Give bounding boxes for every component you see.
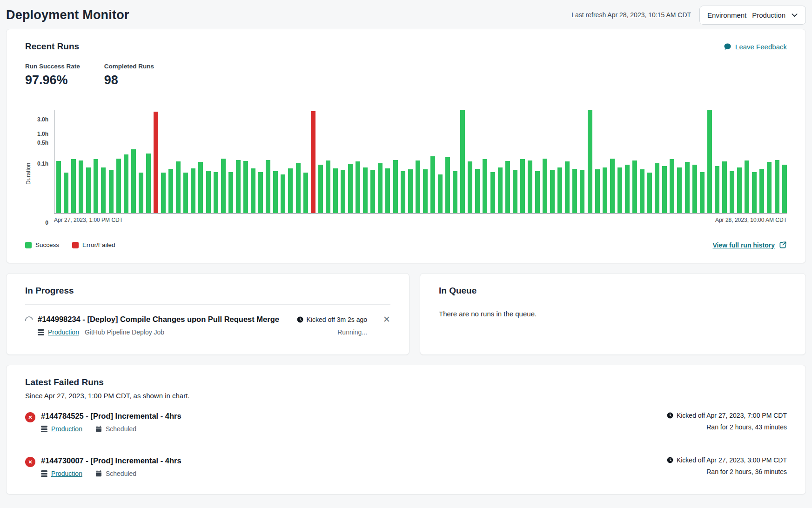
run-bar[interactable]	[71, 159, 76, 213]
run-bar[interactable]	[498, 167, 503, 213]
run-bar[interactable]	[588, 110, 592, 213]
run-bar[interactable]	[737, 167, 742, 213]
run-bar[interactable]	[191, 168, 195, 213]
run-bar[interactable]	[617, 167, 622, 213]
view-full-run-history-link[interactable]: View full run history	[712, 241, 787, 249]
run-bar[interactable]	[513, 170, 517, 213]
run-bar[interactable]	[752, 172, 757, 213]
run-bar[interactable]	[131, 149, 136, 213]
run-bar[interactable]	[625, 165, 630, 213]
run-bar[interactable]	[475, 169, 480, 213]
run-bar[interactable]	[565, 161, 570, 213]
run-bar[interactable]	[520, 159, 525, 213]
environment-dropdown[interactable]: Environment Production	[699, 6, 806, 25]
run-bar[interactable]	[79, 160, 83, 213]
run-bar[interactable]	[356, 161, 360, 213]
run-bar[interactable]	[385, 168, 390, 213]
run-bar[interactable]	[251, 168, 255, 213]
run-bar[interactable]	[363, 167, 368, 213]
run-bar[interactable]	[311, 111, 315, 213]
run-bar[interactable]	[416, 160, 420, 213]
run-bar[interactable]	[86, 167, 91, 213]
run-bar[interactable]	[647, 173, 652, 213]
run-bar[interactable]	[730, 171, 734, 213]
run-bar[interactable]	[296, 163, 301, 213]
run-bar[interactable]	[722, 161, 727, 213]
run-bar[interactable]	[685, 162, 690, 213]
run-bar[interactable]	[775, 160, 779, 213]
run-bar[interactable]	[288, 168, 293, 213]
run-bar[interactable]	[183, 173, 188, 213]
run-bar[interactable]	[640, 169, 644, 213]
run-bar[interactable]	[333, 168, 338, 213]
run-bar[interactable]	[273, 171, 278, 213]
environment-link[interactable]: Production	[51, 470, 82, 477]
run-bar[interactable]	[662, 166, 667, 213]
run-bar[interactable]	[655, 163, 659, 213]
leave-feedback-link[interactable]: Leave Feedback	[724, 43, 787, 51]
run-bar[interactable]	[445, 157, 450, 213]
run-bar[interactable]	[393, 160, 398, 213]
run-bar[interactable]	[161, 173, 166, 213]
run-bar[interactable]	[610, 159, 615, 213]
run-bar[interactable]	[124, 154, 128, 213]
run-bar[interactable]	[767, 162, 772, 213]
run-bar[interactable]	[550, 170, 555, 213]
run-bar[interactable]	[228, 172, 233, 213]
run-bar[interactable]	[715, 166, 719, 213]
run-bar[interactable]	[408, 169, 413, 213]
run-bar[interactable]	[56, 161, 61, 213]
run-bar[interactable]	[468, 161, 472, 213]
run-bar[interactable]	[483, 159, 487, 213]
run-bar[interactable]	[176, 161, 181, 213]
run-bar[interactable]	[236, 160, 241, 213]
run-bar[interactable]	[370, 170, 375, 213]
run-bar[interactable]	[438, 174, 443, 213]
run-bar[interactable]	[460, 110, 465, 213]
run-bar[interactable]	[677, 167, 682, 213]
run-bar[interactable]	[528, 160, 532, 213]
run-bar[interactable]	[543, 159, 547, 213]
environment-link[interactable]: Production	[51, 425, 82, 433]
close-icon[interactable]: ✕	[383, 315, 390, 324]
run-bar[interactable]	[707, 110, 712, 213]
run-bar[interactable]	[94, 159, 98, 213]
run-bar[interactable]	[700, 172, 705, 213]
run-bar[interactable]	[759, 169, 764, 213]
run-bar[interactable]	[109, 170, 114, 213]
run-bar[interactable]	[281, 174, 285, 213]
run-bar[interactable]	[572, 169, 577, 213]
run-bar[interactable]	[378, 163, 383, 213]
run-bar[interactable]	[595, 169, 600, 213]
run-bar[interactable]	[206, 171, 211, 213]
run-bar[interactable]	[423, 169, 428, 213]
run-bar[interactable]	[603, 167, 607, 213]
run-bar[interactable]	[214, 172, 218, 213]
run-bar[interactable]	[116, 159, 121, 213]
run-bar[interactable]	[745, 160, 749, 213]
run-bar[interactable]	[505, 161, 510, 213]
run-bar[interactable]	[139, 173, 143, 213]
run-bar[interactable]	[243, 161, 248, 213]
run-bar[interactable]	[692, 165, 697, 213]
run-bar[interactable]	[490, 172, 495, 213]
run-bar[interactable]	[258, 172, 263, 213]
run-bar[interactable]	[101, 167, 106, 213]
run-bar[interactable]	[430, 156, 435, 213]
run-bar[interactable]	[198, 162, 203, 213]
environment-link[interactable]: Production	[48, 328, 79, 336]
run-bar[interactable]	[146, 154, 151, 213]
run-bar[interactable]	[64, 173, 68, 213]
run-bar[interactable]	[168, 169, 173, 213]
run-bar[interactable]	[221, 159, 226, 213]
run-bar[interactable]	[580, 170, 584, 213]
run-bar[interactable]	[154, 112, 158, 213]
run-bar[interactable]	[557, 167, 562, 213]
run-bar[interactable]	[266, 160, 270, 213]
run-bar[interactable]	[782, 165, 787, 213]
run-bar[interactable]	[326, 160, 330, 213]
run-bar[interactable]	[670, 159, 674, 213]
run-bar[interactable]	[341, 170, 345, 213]
run-bar[interactable]	[303, 173, 308, 213]
run-bar[interactable]	[535, 171, 540, 213]
